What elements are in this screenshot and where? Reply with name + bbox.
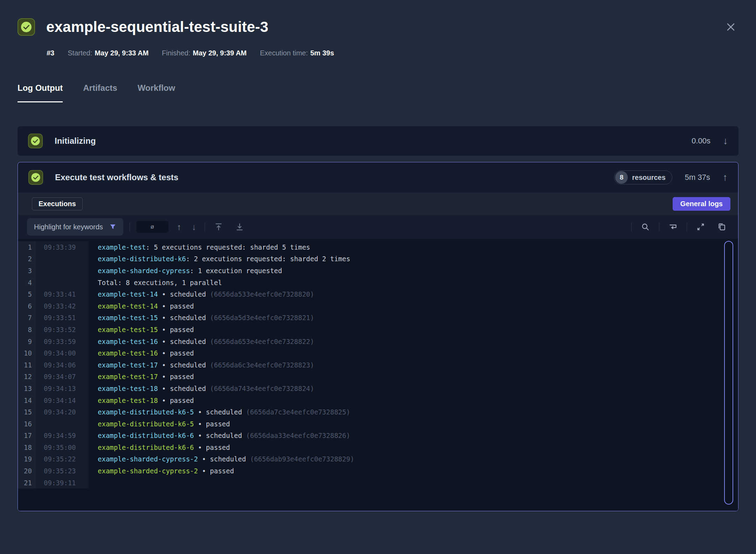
fullscreen-icon[interactable]: [693, 222, 708, 231]
resources-badge: 8 resources: [614, 170, 672, 184]
log-line: 1509:34:20example-distributed-k6-5 • sch…: [18, 406, 738, 418]
executions-bar: Executions General logs: [18, 192, 738, 215]
log-timestamp: 09:33:39: [36, 241, 89, 253]
log-line: 2009:35:23example-sharded-cypress-2 • pa…: [18, 465, 738, 477]
expand-section-icon[interactable]: ↓: [723, 136, 728, 146]
collapse-section-icon[interactable]: ↑: [723, 173, 728, 182]
log-line: 1409:34:14example-test-18 • passed: [18, 394, 738, 406]
log-line-number: 8: [18, 324, 36, 336]
log-message: example-test-15 • scheduled (6656da5d3e4…: [89, 314, 314, 322]
executions-button[interactable]: Executions: [32, 197, 83, 210]
log-line-number: 21: [18, 477, 36, 489]
search-icon[interactable]: [638, 222, 653, 231]
section-title: Initializing: [55, 136, 96, 146]
log-timestamp: 09:33:41: [36, 288, 89, 300]
log-message: Total: 8 executions, 1 parallel: [89, 279, 222, 286]
log-line: 1809:35:00example-distributed-k6-6 • pas…: [18, 441, 738, 453]
log-line: 609:33:42example-test-14 • passed: [18, 300, 738, 312]
log-timestamp: [36, 265, 89, 277]
toolbar-divider: [130, 222, 130, 231]
log-line: 1309:34:13example-test-18 • scheduled (6…: [18, 383, 738, 394]
log-timestamp: [36, 253, 89, 265]
section-title: Execute test workflows & tests: [55, 173, 178, 182]
log-message: example-distributed-k6-6 • scheduled (66…: [89, 432, 350, 439]
log-line-number: 1: [18, 241, 36, 253]
log-timestamp: [36, 277, 89, 289]
log-line: 809:33:52example-test-15 • passed: [18, 324, 738, 336]
finished-at: Finished:May 29, 9:39 AM: [162, 49, 247, 57]
word-wrap-icon[interactable]: [666, 222, 680, 231]
log-line-number: 17: [18, 430, 36, 442]
execution-details-modal: example-sequential-test-suite-3 #3 Start…: [0, 18, 756, 511]
log-message: example-test-18 • scheduled (6656da743e4…: [89, 385, 314, 392]
toolbar-divider: [631, 222, 632, 231]
log-timestamp: 09:35:22: [36, 453, 89, 465]
log-message: example-distributed-k6-5 • scheduled (66…: [89, 408, 350, 416]
toolbar-divider: [659, 222, 659, 231]
tab-workflow[interactable]: Workflow: [138, 83, 176, 102]
previous-match-icon[interactable]: ↑: [175, 223, 184, 231]
status-passed-icon: [28, 170, 43, 185]
log-line: 509:33:41example-test-14 • scheduled (66…: [18, 288, 738, 300]
log-scrollbar[interactable]: [724, 241, 733, 505]
log-timestamp: 09:34:14: [36, 394, 89, 406]
toolbar-divider: [205, 222, 205, 231]
scroll-to-bottom-icon[interactable]: [232, 222, 247, 231]
log-timestamp: 09:39:11: [36, 477, 89, 489]
general-logs-button[interactable]: General logs: [673, 197, 730, 211]
log-timestamp: 09:34:06: [36, 359, 89, 371]
log-timestamp: 09:33:42: [36, 300, 89, 312]
log-line-number: 5: [18, 288, 36, 300]
section-duration: 0.00s: [692, 136, 710, 146]
log-message: example-test-17 • passed: [89, 373, 194, 380]
log-line: 1109:34:06example-test-17 • scheduled (6…: [18, 359, 738, 371]
log-line: 1009:34:00example-test-16 • passed: [18, 347, 738, 359]
resources-count: 8: [615, 171, 628, 184]
started-at: Started:May 29, 9:33 AM: [68, 49, 149, 57]
log-line: 16example-distributed-k6-5 • passed: [18, 418, 738, 430]
tab-artifacts[interactable]: Artifacts: [83, 83, 117, 102]
status-passed-icon: [18, 18, 35, 36]
log-message: example-test-15 • passed: [89, 326, 194, 333]
tab-log-output[interactable]: Log Output: [18, 83, 63, 102]
log-timestamp: 09:34:00: [36, 347, 89, 359]
log-timestamp: 09:33:59: [36, 336, 89, 347]
log-timestamp: 09:35:00: [36, 441, 89, 453]
log-line-number: 15: [18, 406, 36, 418]
highlight-keywords-input[interactable]: Highlight for keywords: [27, 218, 123, 236]
log-message: example-test-16 • scheduled (6656da653e4…: [89, 338, 314, 345]
highlight-placeholder: Highlight for keywords: [34, 223, 103, 231]
log-message: example-sharded-cypress: 1 execution req…: [89, 267, 282, 275]
copy-icon[interactable]: [714, 222, 729, 231]
log-line: 2109:39:11: [18, 477, 738, 489]
section-header[interactable]: Execute test workflows & tests 8 resourc…: [18, 162, 738, 192]
log-message: example-sharded-cypress-2 • passed: [89, 467, 234, 475]
log-line-number: 10: [18, 347, 36, 359]
log-line-number: 3: [18, 265, 36, 277]
log-line-number: 2: [18, 253, 36, 265]
title-row: example-sequential-test-suite-3: [18, 18, 738, 36]
log-line: 1709:34:59example-distributed-k6-6 • sch…: [18, 430, 738, 442]
log-timestamp: 09:34:13: [36, 383, 89, 394]
filter-funnel-icon[interactable]: [109, 223, 116, 230]
tab-bar: Log Output Artifacts Workflow: [18, 83, 738, 102]
log-line: 4Total: 8 executions, 1 parallel: [18, 277, 738, 289]
scroll-to-top-icon[interactable]: [211, 222, 226, 231]
close-icon[interactable]: [723, 19, 738, 35]
match-counter: ø: [136, 221, 169, 233]
next-match-icon[interactable]: ↓: [190, 223, 198, 231]
log-timestamp: 09:34:20: [36, 406, 89, 418]
log-message: example-test-18 • passed: [89, 397, 194, 404]
section-execute-tests: Execute test workflows & tests 8 resourc…: [18, 162, 738, 511]
log-line-number: 7: [18, 312, 36, 324]
log-line: 2example-distributed-k6: 2 executions re…: [18, 253, 738, 265]
log-line: 1909:35:22example-sharded-cypress-2 • sc…: [18, 453, 738, 465]
execution-number: #3: [47, 49, 54, 57]
log-toolbar: Highlight for keywords ø ↑ ↓: [18, 215, 738, 239]
log-output: 109:33:39example-test: 5 executions requ…: [18, 239, 738, 511]
log-line-number: 4: [18, 277, 36, 289]
page-title: example-sequential-test-suite-3: [46, 19, 268, 35]
log-line-number: 13: [18, 383, 36, 394]
section-initializing[interactable]: Initializing 0.00s ↓: [18, 126, 738, 156]
log-line-number: 14: [18, 394, 36, 406]
